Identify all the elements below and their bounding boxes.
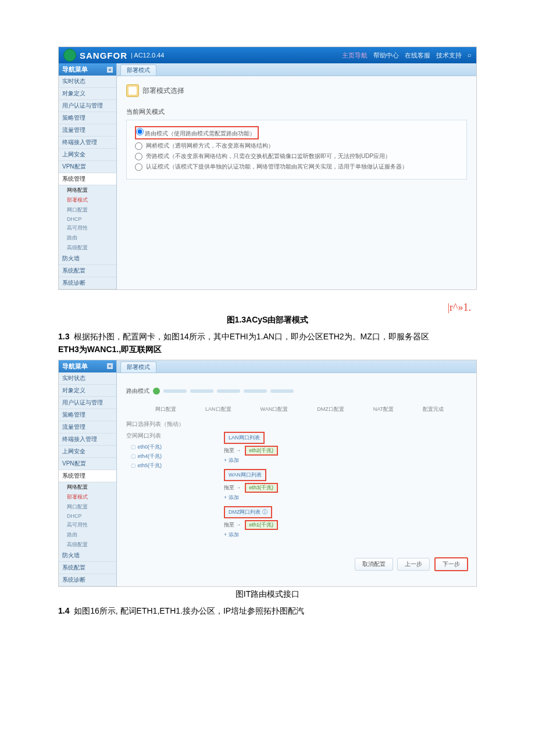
tab-bar: 部署模式 — [117, 63, 476, 76]
radio-auth[interactable]: 认证模式（该模式下提供单独的认证功能，网络管理功能由其它网关实现，适用于单独做认… — [135, 163, 458, 171]
panel-title-icon — [126, 84, 139, 97]
sidebar-item-status[interactable]: 实时状态 — [59, 76, 116, 88]
header-link-1[interactable]: 主页导航 — [342, 51, 368, 60]
tab-deploy-2[interactable]: 部署模式 — [120, 361, 156, 372]
s2-item-status[interactable]: 实时状态 — [59, 372, 116, 385]
sidebar-sub-route[interactable]: 路由 — [59, 233, 116, 243]
s2-item-syscfg[interactable]: 系统配置 — [59, 562, 116, 574]
sidebar-item-traffic[interactable]: 流量管理 — [59, 124, 116, 137]
eth-item-5[interactable]: eth5(千兆) — [131, 462, 213, 470]
interface-config-area: 空闲网口列表 eth0(千兆) eth4(千兆) eth5(千兆) LAN网口列… — [126, 432, 467, 543]
sidebar-item-sysdiag[interactable]: 系统诊断 — [59, 277, 116, 289]
s2-item-firewall[interactable]: 防火墙 — [59, 550, 116, 562]
s2-sub-route[interactable]: 路由 — [59, 530, 116, 540]
decorative-text: |r^»1. — [58, 302, 471, 314]
s2-item-policy[interactable]: 策略管理 — [59, 409, 116, 421]
sidebar-sub-dhcp[interactable]: DHCP — [59, 215, 116, 223]
sidebar-title-text: 导航菜单 — [62, 65, 88, 74]
zone-dmz-add[interactable]: + 添加 — [224, 531, 467, 539]
radio-bridge[interactable]: 网桥模式（透明网桥方式，不改变原有网络结构） — [135, 142, 458, 150]
radio-bridge-label: 网桥模式（透明网桥方式，不改变原有网络结构） — [146, 142, 274, 150]
step-dot-4-icon — [217, 389, 240, 393]
zone-lan-eth[interactable]: eth2(千兆) — [245, 446, 279, 456]
s2-item-security[interactable]: 上网安全 — [59, 446, 116, 458]
panel-title: 部署模式选择 — [126, 84, 467, 97]
s2-item-object[interactable]: 对象定义 — [59, 385, 116, 397]
zone-wan-add[interactable]: + 添加 — [224, 494, 467, 501]
s2-item-endpoint[interactable]: 终端接入管理 — [59, 433, 116, 446]
paragraph-1-3: 1.3 根据拓扑图，配置网卡，如图14所示，其中ETHI为1.AN口，即办公区E… — [58, 330, 477, 356]
step-label-4: DMZ口配置 — [317, 406, 344, 413]
tab-deploy[interactable]: 部署模式 — [120, 65, 156, 76]
sidebar-item-auth[interactable]: 用户认证与管理 — [59, 100, 116, 112]
s2-item-auth[interactable]: 用户认证与管理 — [59, 397, 116, 409]
s2-item-traffic[interactable]: 流量管理 — [59, 421, 116, 433]
radio-route-label: 路由模式（使用路由模式需配置路由功能） — [145, 130, 255, 137]
header-links: 主页导航 帮助中心 在线客服 技术支持 ⌕ — [342, 51, 472, 60]
zone-dmz-eth[interactable]: eth1(千兆) — [245, 520, 279, 530]
eth-item-4[interactable]: eth4(千兆) — [131, 453, 213, 460]
header-link-4[interactable]: 技术支持 — [436, 51, 462, 60]
step-dot-5-icon — [244, 389, 267, 393]
version-text: | AC12.0.44 — [131, 52, 164, 59]
radio-bridge-input[interactable] — [135, 142, 142, 150]
main-panel: 部署模式 部署模式选择 当前网关模式 路由模式（使用路由模式需配置路由功能） 网… — [117, 63, 476, 289]
sidebar-item-security[interactable]: 上网安全 — [59, 149, 116, 161]
zone-dmz-droplabel: 拖至 → — [224, 521, 241, 529]
header-link-2[interactable]: 帮助中心 — [373, 51, 399, 60]
paragraph-1-4: 1.4 如图16所示, 配词ETH1,ETH1.接办公区，IP培址参照拓扑图配汽 — [58, 604, 477, 617]
s2-sub-interface[interactable]: 网口配置 — [59, 502, 116, 512]
s2-sub-adv[interactable]: 高级配置 — [59, 540, 116, 550]
main-panel-2: 部署模式 路由模式 网口配置 LAN口配置 WAN口配置 DMZ口配置 — [117, 360, 476, 586]
figure-1: SANGFOR | AC12.0.44 主页导航 帮助中心 在线客服 技术支持 … — [58, 46, 477, 290]
sidebar-item-endpoint[interactable]: 终端接入管理 — [59, 137, 116, 149]
step-dot-2-icon — [163, 389, 187, 393]
s2-item-sysdiag[interactable]: 系统诊断 — [59, 574, 116, 586]
eth-item-0[interactable]: eth0(千兆) — [131, 443, 213, 451]
logo-icon — [63, 49, 76, 62]
sidebar-item-policy[interactable]: 策略管理 — [59, 112, 116, 124]
sidebar-sub-netcfg[interactable]: 网络配置 — [59, 185, 116, 195]
radio-auth-input[interactable] — [135, 163, 142, 171]
radio-group: 路由模式（使用路由模式需配置路由功能） 网桥模式（透明网桥方式，不改变原有网络结… — [126, 120, 467, 180]
sidebar-item-object[interactable]: 对象定义 — [59, 88, 116, 100]
search-icon[interactable]: ⌕ — [468, 51, 472, 60]
sidebar2-collapse-icon[interactable]: « — [107, 363, 113, 369]
zone-lan: LAN网口列表 拖至 →eth2(千兆) + 添加 — [224, 432, 467, 464]
s2-sub-dhcp[interactable]: DHCP — [59, 512, 116, 520]
zone-wan-eth[interactable]: eth3(千兆) — [245, 483, 279, 493]
sidebar2-title: 导航菜单 « — [59, 360, 116, 372]
sidebar-item-vpn[interactable]: VPN配置 — [59, 161, 116, 173]
wizard-step-labels: 网口配置 LAN口配置 WAN口配置 DMZ口配置 NAT配置 配置完成 — [155, 406, 467, 413]
btn-prev[interactable]: 上一步 — [397, 558, 430, 571]
zone-dmz: DMZ网口列表 ⓘ 拖至 →eth1(千兆) + 添加 — [224, 506, 467, 539]
sidebar-title: 导航菜单 « — [59, 63, 116, 76]
tab-bar-2: 部署模式 — [117, 360, 476, 373]
sidebar-item-syscfg[interactable]: 系统配置 — [59, 265, 116, 277]
s2-sub-deploy[interactable]: 部署模式 — [59, 492, 116, 502]
sidebar-sub-deploy[interactable]: 部署模式 — [59, 195, 116, 205]
step-dot-6-icon — [270, 389, 294, 393]
s2-sub-ha[interactable]: 高可用性 — [59, 520, 116, 530]
sidebar-sub-interface[interactable]: 网口配置 — [59, 205, 116, 215]
step-label-1: 网口配置 — [155, 406, 176, 413]
btn-next[interactable]: 下一步 — [434, 557, 468, 571]
step-label-6: 配置完成 — [423, 406, 444, 413]
zone-lan-add[interactable]: + 添加 — [224, 457, 467, 464]
radio-bypass[interactable]: 旁路模式（不改变原有网络结构，只需在交换机配置镜像口监听数据即可，无法控制UDP… — [135, 152, 458, 160]
sidebar-collapse-icon[interactable]: « — [107, 67, 113, 73]
s2-item-vpn[interactable]: VPN配置 — [59, 458, 116, 470]
radio-route-input[interactable] — [136, 128, 144, 135]
header-link-3[interactable]: 在线客服 — [405, 51, 430, 60]
sidebar-sub-ha[interactable]: 高可用性 — [59, 223, 116, 233]
sidebar-sub-adv[interactable]: 高级配置 — [59, 243, 116, 253]
s2-item-system[interactable]: 系统管理 — [59, 470, 116, 482]
sidebar-item-system[interactable]: 系统管理 — [59, 173, 116, 185]
s2-sub-netcfg[interactable]: 网络配置 — [59, 482, 116, 492]
radio-route[interactable]: 路由模式（使用路由模式需配置路由功能） — [135, 126, 458, 139]
zone-wan-header: WAN网口列表 — [224, 469, 266, 481]
btn-cancel[interactable]: 取消配置 — [355, 558, 393, 571]
sidebar-item-firewall[interactable]: 防火墙 — [59, 253, 116, 265]
caption-2: 图IT路由模式接口 — [58, 589, 477, 600]
radio-bypass-input[interactable] — [135, 153, 142, 160]
